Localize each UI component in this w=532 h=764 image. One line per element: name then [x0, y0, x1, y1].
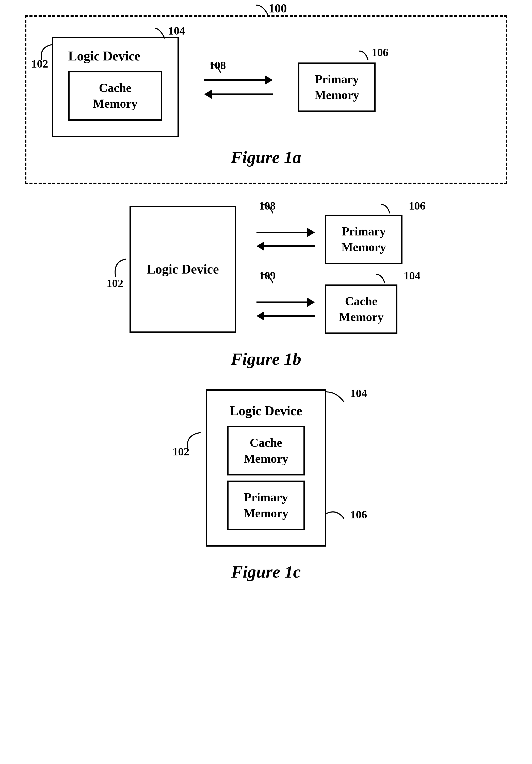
logic-device-box-fig1a: 104 Logic Device Cache Memory: [52, 37, 179, 137]
curve-109-fig1b: [257, 272, 277, 286]
arrow-left-primary-fig1b: [257, 242, 315, 251]
figure-1b: 102 Logic Device 108: [25, 204, 507, 369]
primary-memory-box-fig1b: Primary Memory: [325, 215, 403, 264]
fig1a-dashed-box: 102 104 Logic Device Cache Memo: [25, 15, 507, 184]
cache-memory-label-fig1c: Cache Memory: [244, 435, 288, 467]
label-106-fig1b: 106: [409, 199, 425, 212]
curve-106-fig1a: [353, 49, 373, 63]
arrows-primary-fig1b: [257, 228, 315, 251]
curve-108-fig1a: [207, 62, 225, 76]
arrow-line: [257, 232, 307, 233]
primary-memory-label-fig1b: Primary Memory: [342, 224, 386, 255]
fig1c-caption: Figure 1c: [25, 562, 507, 582]
arrow-line-right: [204, 79, 265, 81]
cache-memory-label-fig1a: Cache Memory: [82, 80, 148, 112]
figure-1c: 102 104 106 Logic Device: [25, 389, 507, 582]
fig1c-outer-container: 102 104 106 Logic Device: [206, 389, 327, 547]
arrow-line: [264, 315, 315, 317]
curve-106-fig1b: [375, 202, 395, 216]
primary-memory-label-fig1a: Primary Memory: [315, 71, 359, 103]
arrow-head: [307, 298, 315, 307]
fig1c-content: 102 104 106 Logic Device: [25, 389, 507, 547]
arrow-left-fig1a: [204, 90, 273, 99]
arrow-right-fig1a: [204, 76, 273, 85]
curve-104-fig1b: [370, 272, 390, 286]
arrow-head-left: [204, 90, 212, 99]
cache-memory-label-fig1b: Cache Memory: [339, 293, 384, 325]
arrow-head: [257, 311, 264, 320]
logic-device-box-fig1b: Logic Device: [129, 206, 236, 333]
primary-memory-section-fig1a: 106 Primary Memory: [298, 63, 376, 112]
cache-memory-section-fig1b: 104 Cache Memory: [325, 285, 398, 334]
fig1b-row-primary: 108: [257, 215, 403, 264]
arrow-left-cache-fig1b: [257, 311, 315, 320]
fig1a-content: 104 Logic Device Cache Memory: [52, 37, 480, 137]
arrow-line-left: [212, 94, 273, 95]
arrow-head-right: [265, 76, 273, 85]
label-104-fig1c: 104: [350, 387, 367, 400]
label-106-fig1a: 106: [372, 46, 388, 59]
cache-memory-box-fig1a: Cache Memory: [68, 71, 162, 121]
logic-device-box-fig1c: Logic Device Cache Memory Primary Memory: [206, 389, 327, 547]
curve-104-fig1a: [150, 26, 170, 41]
arrow-right-primary-fig1b: [257, 228, 315, 237]
label-106-fig1c: 106: [350, 508, 367, 521]
fig1b-caption: Figure 1b: [25, 349, 507, 369]
label-104-fig1b: 104: [404, 269, 420, 282]
logic-device-title-fig1c: Logic Device: [227, 403, 305, 418]
arrows-section-fig1a: 108: [204, 76, 273, 99]
arrow-head: [307, 228, 315, 237]
primary-memory-box-fig1c: Primary Memory: [227, 480, 305, 530]
primary-memory-section-fig1b: 106 Primary Memory: [325, 215, 403, 264]
primary-memory-label-fig1c: Primary Memory: [244, 489, 288, 521]
logic-device-title-fig1a: Logic Device: [68, 49, 162, 64]
figure-1a: 100 102 104 Logic Device: [25, 15, 507, 184]
arrow-line: [257, 301, 307, 303]
arrows-cache-fig1b: [257, 298, 315, 320]
logic-device-label-fig1b: Logic Device: [146, 262, 219, 277]
cache-memory-box-fig1b: Cache Memory: [325, 285, 398, 334]
curve-108-fig1b: [257, 202, 277, 216]
fig1b-right: 108: [257, 204, 403, 334]
arrow-line: [264, 245, 315, 247]
fig1b-content: 102 Logic Device 108: [25, 204, 507, 334]
arrow-right-cache-fig1b: [257, 298, 315, 307]
primary-memory-box-fig1a: Primary Memory: [298, 63, 376, 112]
cache-memory-box-fig1c: Cache Memory: [227, 426, 305, 476]
arrow-head: [257, 242, 264, 251]
logic-device-section-fig1b: 102 Logic Device: [129, 206, 236, 333]
label-104-fig1a: 104: [168, 24, 185, 37]
fig1b-row-cache: 109: [257, 285, 403, 334]
fig1a-caption: Figure 1a: [52, 147, 480, 167]
